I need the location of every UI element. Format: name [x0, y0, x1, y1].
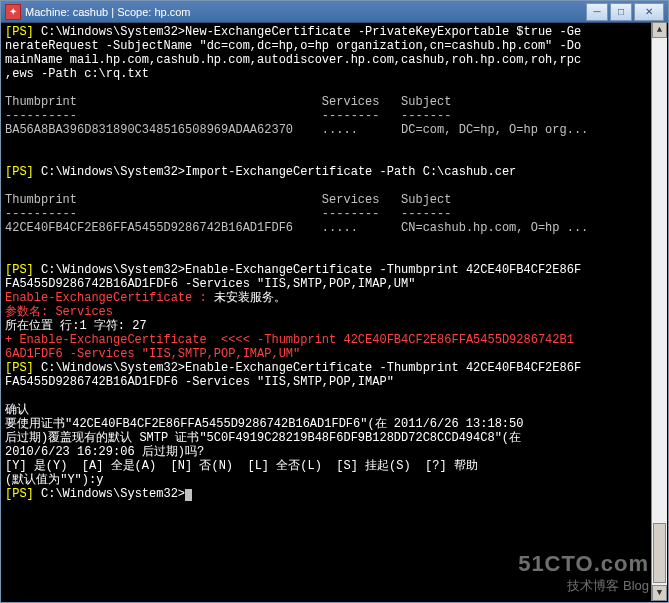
- window-title: Machine: cashub | Scope: hp.com: [25, 6, 584, 18]
- terminal-output[interactable]: [PS] C:\Windows\System32>New-ExchangeCer…: [1, 23, 668, 602]
- titlebar[interactable]: ✦ Machine: cashub | Scope: hp.com ─ □ ✕: [1, 1, 668, 23]
- scroll-down-button[interactable]: ▼: [652, 585, 667, 601]
- scrollbar[interactable]: ▲ ▼: [651, 22, 667, 601]
- scroll-track[interactable]: [652, 38, 667, 585]
- minimize-button[interactable]: ─: [586, 3, 608, 21]
- scroll-thumb[interactable]: [653, 523, 666, 583]
- close-button[interactable]: ✕: [634, 3, 664, 21]
- powershell-window: ✦ Machine: cashub | Scope: hp.com ─ □ ✕ …: [0, 0, 669, 603]
- scroll-up-button[interactable]: ▲: [652, 22, 667, 38]
- maximize-button[interactable]: □: [610, 3, 632, 21]
- app-icon: ✦: [5, 4, 21, 20]
